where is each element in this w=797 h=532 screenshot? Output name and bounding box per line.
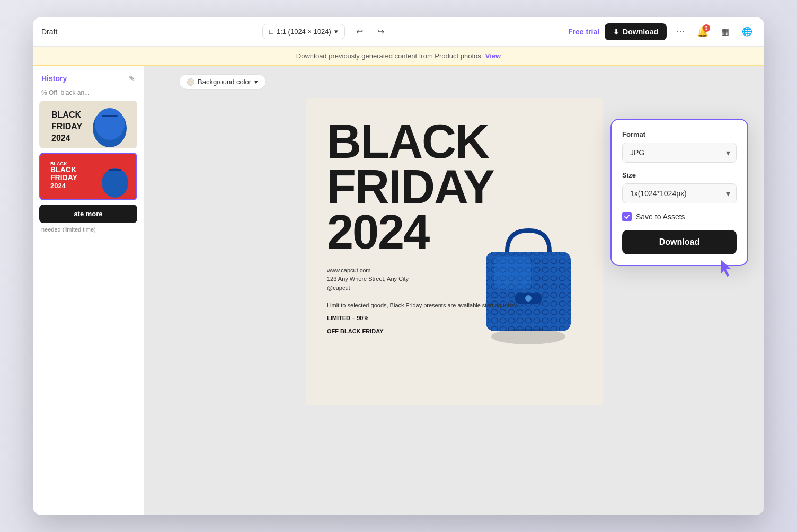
download-popup-button[interactable]: Download [622,230,737,254]
undo-redo-group: ↩ ↪ [351,23,389,40]
header-right: Free trial ⬇ Download ··· 🔔 3 ▦ 🌐 [568,23,756,40]
thumb2-svg: BLACK BLACK FRIDAY 2024 [46,154,131,199]
canvas-size-button[interactable]: □ 1:1 (1024 × 1024) ▾ [262,24,345,39]
discount-line1: LIMITED – 90% [327,314,581,323]
canvas-inner: BLACK FRIDAY 2024 [306,98,603,405]
download-popup: Format JPG PNG WEBP ▾ Size 1x(1024*1024p… [610,119,748,266]
save-assets-row: Save to Assets [622,212,737,221]
promo-text: needed (limited time) [33,223,144,236]
color-swatch [187,78,194,86]
save-assets-label: Save to Assets [636,212,685,221]
info-line1: www.capcut.com [327,266,581,275]
view-link[interactable]: View [485,52,501,60]
svg-rect-13 [109,169,121,171]
notification-badge: 3 [703,24,710,32]
svg-text:BLACK: BLACK [51,110,81,119]
canvas-title-line1: BLACK [327,119,581,165]
redo-button[interactable]: ↪ [373,23,389,40]
background-color-button[interactable]: Background color ▾ [179,74,266,90]
download-header-icon: ⬇ [613,28,619,36]
cursor-indicator [719,259,734,280]
canvas-size-label: 1:1 (1024 × 1024) [277,28,331,36]
draft-label: Draft [41,28,57,36]
canvas-chevron-icon: ▾ [334,28,338,36]
thumbnail-1[interactable]: BLACK FRIDAY 2024 [39,101,137,148]
bg-color-chevron: ▾ [254,78,258,86]
cursor-svg [719,259,734,278]
format-select[interactable]: JPG PNG WEBP [622,143,737,163]
canvas-title-line2: FRIDAY [327,165,581,210]
sidebar-title: History [41,74,67,83]
svg-point-5 [95,108,125,140]
header-center: □ 1:1 (1024 × 1024) ▾ ↩ ↪ [90,23,562,40]
download-header-label: Download [623,28,658,36]
svg-text:2024: 2024 [51,134,70,143]
globe-icon: 🌐 [742,26,752,37]
format-select-wrapper: JPG PNG WEBP ▾ [622,143,737,163]
bg-color-label: Background color [198,78,251,86]
toolbar-row: Background color ▾ [179,74,266,90]
svg-text:2024: 2024 [50,182,66,190]
canvas-body-text: Limit to selected goods, Black Friday pr… [327,301,581,310]
globe-button[interactable]: 🌐 [739,23,756,40]
header: Draft □ 1:1 (1024 × 1024) ▾ ↩ ↪ Free tri… [33,17,764,47]
info-line2: 123 Any Where Street, Any City [327,274,581,283]
size-label: Size [622,171,737,179]
canvas-icon: □ [269,28,273,36]
notification-button[interactable]: 🔔 3 [694,23,711,40]
canvas-info-text: www.capcut.com 123 Any Where Street, Any… [327,266,581,336]
svg-text:FRIDAY: FRIDAY [50,173,77,182]
thumbnail-2[interactable]: BLACK BLACK FRIDAY 2024 [39,153,137,200]
size-select[interactable]: 1x(1024*1024px) 2x(2048*2048px) [622,183,737,203]
canvas-image: BLACK FRIDAY 2024 [306,98,603,405]
undo-icon: ↩ [356,26,363,37]
more-icon: ··· [676,26,684,37]
info-line3: @capcut [327,283,581,292]
layout-icon: ▦ [721,26,729,37]
discount-line2: OFF BLACK FRIDAY [327,327,581,336]
notification-banner: Download previously generated content fr… [33,47,764,66]
format-label: Format [622,130,737,138]
svg-text:FRIDAY: FRIDAY [51,122,82,131]
thumb1-svg: BLACK FRIDAY 2024 [46,102,131,147]
main-content: History ✎ % Off, black an... BLACK FRIDA… [33,66,764,515]
header-left: Draft [41,28,84,36]
sidebar-item-label: % Off, black an... [33,89,144,96]
save-assets-checkbox[interactable] [622,212,632,221]
svg-point-12 [102,168,128,198]
sidebar: History ✎ % Off, black an... BLACK FRIDA… [33,66,144,515]
redo-icon: ↪ [377,26,384,37]
undo-button[interactable]: ↩ [351,23,368,40]
thumbnail-grid: BLACK FRIDAY 2024 BLACK BLACK FRIDAY [33,101,144,200]
svg-text:BLACK: BLACK [50,165,76,174]
create-more-button[interactable]: ate more [39,205,137,223]
canvas-info: www.capcut.com 123 Any Where Street, Any… [327,266,581,336]
canvas-area: Background color ▾ BLACK FRIDAY 2024 [144,66,764,515]
check-icon [624,214,630,220]
layout-button[interactable]: ▦ [716,23,733,40]
size-select-wrapper: 1x(1024*1024px) 2x(2048*2048px) ▾ [622,183,737,203]
create-more-label: ate more [74,210,102,218]
download-header-button[interactable]: ⬇ Download [605,23,667,40]
more-button[interactable]: ··· [672,23,689,40]
edit-icon[interactable]: ✎ [129,74,135,83]
free-trial-button[interactable]: Free trial [568,28,599,36]
svg-rect-6 [102,115,118,117]
app-window: Draft □ 1:1 (1024 × 1024) ▾ ↩ ↪ Free tri… [33,17,764,515]
banner-text: Download previously generated content fr… [296,52,481,60]
sidebar-header: History ✎ [33,74,144,89]
svg-marker-23 [721,260,731,277]
